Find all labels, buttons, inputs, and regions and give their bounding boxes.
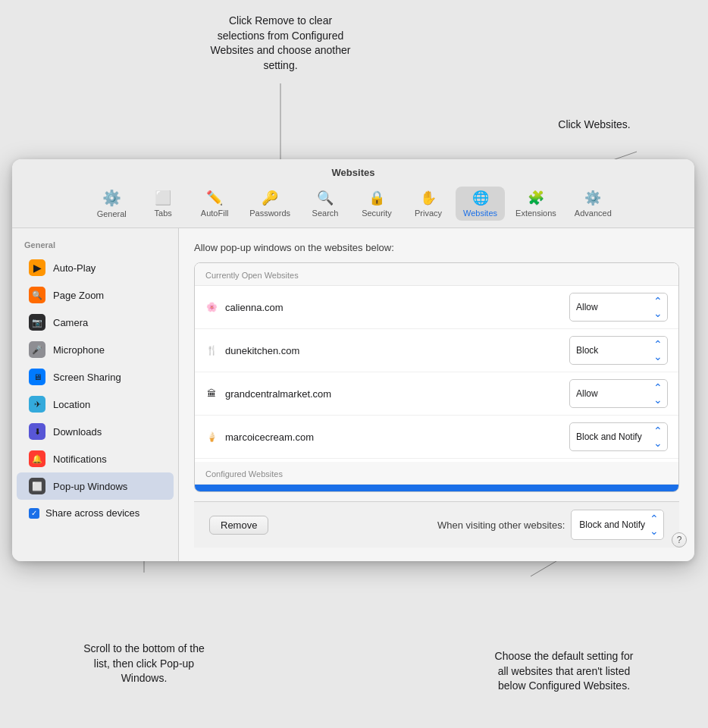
passwords-icon: 🔑	[262, 190, 278, 206]
sidebar-item-microphone[interactable]: 🎤 Microphone	[17, 336, 174, 363]
sidebar-item-label-notifications: Notifications	[53, 453, 107, 465]
autofill-icon: ✏️	[206, 190, 223, 206]
page-zoom-icon: 🔍	[29, 287, 45, 303]
sidebar-item-popup-windows[interactable]: ⬜ Pop-up Windows	[17, 472, 174, 500]
toolbar: ⚙️ General ⬜ Tabs ✏️ AutoFill 🔑 Password…	[78, 186, 628, 221]
grandcentral-name: grandcentralmarket.com	[225, 388, 562, 400]
toolbar-item-websites[interactable]: 🌐 Websites	[456, 187, 505, 221]
marcoicecream-favicon: 🍦	[205, 431, 218, 443]
currently-open-label: Currently Open Websites	[205, 271, 299, 280]
grandcentral-select[interactable]: Allow ⌃⌄	[569, 379, 668, 408]
website-row-calienna[interactable]: 🌸 calienna.com Allow ⌃⌄	[195, 286, 678, 329]
extensions-icon: 🧩	[528, 190, 544, 206]
grandcentral-setting: Allow	[576, 388, 598, 399]
security-icon: 🔒	[368, 190, 385, 206]
sidebar-item-screen-sharing[interactable]: 🖥 Screen Sharing	[17, 363, 174, 391]
dunekitchen-chevron: ⌃⌄	[653, 338, 663, 362]
screen-sharing-icon: 🖥	[29, 369, 45, 385]
website-row-dunekitchen[interactable]: 🍴 dunekitchen.com Block ⌃⌄	[195, 329, 678, 372]
website-row-marcoicecream[interactable]: 🍦 marcoicecream.com Block and Notify ⌃⌄	[195, 416, 678, 459]
annotation-top-right: Click Websites.	[541, 118, 647, 133]
sidebar-item-location[interactable]: ✈ Location	[17, 391, 174, 418]
share-across-devices-checkbox[interactable]: ✓	[29, 508, 39, 519]
sidebar-item-label-popup-windows: Pop-up Windows	[53, 481, 127, 492]
toolbar-item-search[interactable]: 🔍 Search	[301, 187, 349, 221]
sidebar-item-label-camera: Camera	[53, 317, 88, 328]
toolbar-item-general[interactable]: ⚙️ General	[87, 186, 136, 221]
sidebar-item-label-location: Location	[53, 399, 90, 410]
calienna-name: calienna.com	[225, 302, 562, 313]
sidebar-item-label-page-zoom: Page Zoom	[53, 290, 104, 301]
toolbar-label-autofill: AutoFill	[201, 209, 229, 218]
configured-label: Configured Websites	[205, 469, 283, 479]
sidebar-item-label-screen-sharing: Screen Sharing	[53, 372, 121, 383]
dunekitchen-favicon: 🍴	[205, 344, 218, 356]
toolbar-item-security[interactable]: 🔒 Security	[352, 187, 401, 221]
microphone-icon: 🎤	[29, 341, 45, 358]
toolbar-item-privacy[interactable]: ✋ Privacy	[404, 187, 453, 221]
toolbar-label-extensions: Extensions	[515, 209, 556, 218]
share-across-devices-label: Share across devices	[45, 507, 139, 519]
dunekitchen-setting: Block	[576, 345, 598, 356]
title-bar: Websites ⚙️ General ⬜ Tabs ✏️ AutoFill 🔑…	[12, 159, 694, 228]
annotation-bottom-left: Scroll to the bottom of the list, then c…	[76, 642, 212, 686]
toolbar-item-advanced[interactable]: ⚙️ Advanced	[567, 187, 619, 221]
panel-description: Allow pop-up windows on the websites bel…	[194, 242, 679, 253]
tabs-icon: ⬜	[155, 190, 171, 206]
window-title: Websites	[332, 167, 375, 178]
website-row-grandcentral[interactable]: 🏛 grandcentralmarket.com Allow ⌃⌄	[195, 372, 678, 416]
help-button[interactable]: ?	[672, 532, 687, 548]
website-row-mocanashville[interactable]: 🎨 mocanashville.org Allow ⌃⌄	[195, 485, 678, 492]
sidebar-item-auto-play[interactable]: ▶ Auto-Play	[17, 254, 174, 281]
currently-open-header: Currently Open Websites	[195, 263, 678, 286]
sidebar-item-downloads[interactable]: ⬇ Downloads	[17, 418, 174, 445]
calienna-favicon: 🌸	[205, 301, 218, 313]
toolbar-label-privacy: Privacy	[415, 209, 442, 218]
visiting-select[interactable]: Block and Notify ⌃⌄	[571, 510, 664, 540]
toolbar-item-autofill[interactable]: ✏️ AutoFill	[190, 187, 239, 221]
visiting-row: When visiting other websites: Block and …	[437, 510, 664, 540]
sidebar-item-label-auto-play: Auto-Play	[53, 262, 96, 274]
marcoicecream-select[interactable]: Block and Notify ⌃⌄	[569, 422, 668, 451]
search-icon: 🔍	[317, 190, 334, 206]
calienna-select[interactable]: Allow ⌃⌄	[569, 293, 668, 322]
remove-button[interactable]: Remove	[209, 516, 268, 535]
marcoicecream-name: marcoicecream.com	[225, 431, 562, 443]
toolbar-label-general: General	[97, 209, 127, 218]
sidebar-item-label-downloads: Downloads	[53, 426, 102, 438]
toolbar-label-search: Search	[312, 209, 339, 218]
marcoicecream-chevron: ⌃⌄	[653, 425, 663, 449]
toolbar-item-tabs[interactable]: ⬜ Tabs	[139, 187, 187, 221]
annotation-bottom-right: Choose the default setting for all websi…	[488, 649, 640, 694]
main-content: General ▶ Auto-Play 🔍 Page Zoom 📷 Camera…	[12, 228, 694, 561]
toolbar-label-advanced: Advanced	[575, 209, 612, 218]
popup-windows-icon: ⬜	[29, 478, 45, 494]
toolbar-label-security: Security	[362, 209, 392, 218]
marcoicecream-setting: Block and Notify	[576, 431, 642, 442]
visiting-chevron: ⌃⌄	[650, 513, 659, 537]
privacy-icon: ✋	[420, 190, 437, 206]
sidebar-item-page-zoom[interactable]: 🔍 Page Zoom	[17, 281, 174, 309]
annotation-top: Click Remove to clear selections from Co…	[205, 14, 356, 73]
advanced-icon: ⚙️	[584, 190, 601, 206]
mocanashville-select[interactable]: Allow ⌃⌄	[569, 491, 668, 492]
dunekitchen-name: dunekitchen.com	[225, 345, 562, 356]
sidebar-section-header: General	[12, 237, 178, 254]
toolbar-item-extensions[interactable]: 🧩 Extensions	[508, 187, 564, 221]
sidebar-item-camera[interactable]: 📷 Camera	[17, 309, 174, 336]
sidebar: General ▶ Auto-Play 🔍 Page Zoom 📷 Camera…	[12, 228, 179, 561]
dunekitchen-select[interactable]: Block ⌃⌄	[569, 336, 668, 365]
notifications-icon: 🔔	[29, 450, 45, 467]
grandcentral-favicon: 🏛	[205, 388, 218, 400]
calienna-setting: Allow	[576, 302, 598, 312]
camera-icon: 📷	[29, 314, 45, 331]
visiting-label: When visiting other websites:	[437, 519, 565, 531]
main-window: Websites ⚙️ General ⬜ Tabs ✏️ AutoFill 🔑…	[12, 159, 694, 561]
location-icon: ✈	[29, 396, 45, 413]
share-across-devices-row[interactable]: ✓ Share across devices	[17, 500, 174, 526]
toolbar-label-tabs: Tabs	[155, 209, 172, 218]
sidebar-item-notifications[interactable]: 🔔 Notifications	[17, 445, 174, 472]
websites-icon: 🌐	[472, 190, 489, 206]
downloads-icon: ⬇	[29, 423, 45, 440]
toolbar-item-passwords[interactable]: 🔑 Passwords	[242, 187, 298, 221]
